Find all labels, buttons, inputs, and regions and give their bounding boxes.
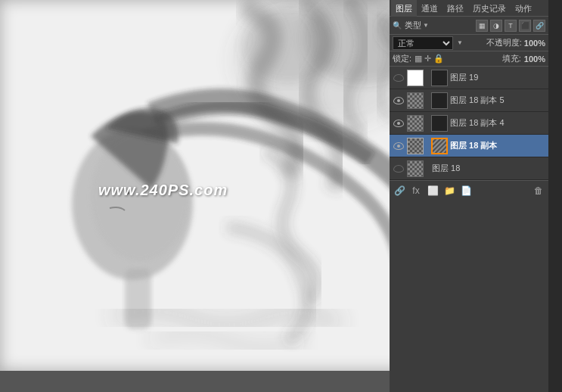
layer-effects-icon[interactable]: fx — [409, 184, 423, 198]
delete-layer-icon[interactable]: 🗑 — [532, 184, 545, 198]
tab-actions[interactable]: 动作 — [511, 0, 536, 17]
layer-eye-1[interactable] — [393, 95, 405, 107]
lock-fill-row: 锁定: ▦ ✛ 🔒 填充: 100% — [390, 51, 548, 67]
fill-label: 填充: — [502, 53, 521, 64]
type-chevron: ▼ — [423, 22, 429, 29]
layer-thumb-2 — [407, 115, 424, 132]
panel-tabs: 图层 通道 路径 历史记录 动作 — [390, 0, 548, 17]
add-mask-icon[interactable]: ⬜ — [426, 184, 439, 198]
layer-toolbar: 🔗 fx ⬜ 📁 📄 🗑 — [390, 180, 548, 200]
blend-chevron: ▼ — [457, 39, 463, 46]
right-strip — [548, 0, 562, 392]
lock-label: 锁定: — [393, 53, 411, 64]
layer-name-1: 图层 18 副本 5 — [450, 95, 545, 106]
fill-value[interactable]: 100% — [524, 54, 545, 64]
lock-pixels-icon[interactable]: ▦ — [415, 54, 422, 64]
lock-all-icon[interactable]: 🔒 — [433, 54, 444, 64]
search-controls: ▦ ◑ T ⬛ 🔗 — [476, 20, 545, 32]
layer-name-2: 图层 18 副本 4 — [450, 117, 545, 129]
link-layers-icon[interactable]: 🔗 — [393, 184, 406, 198]
watermark: www.240PS.com — [98, 182, 228, 199]
lock-position-icon[interactable]: ✛ — [424, 54, 431, 64]
blend-opacity-row: 正常 ▼ 不透明度: 100% — [390, 35, 548, 51]
tab-history[interactable]: 历史记录 — [468, 0, 511, 17]
layer-eye-3[interactable] — [393, 140, 405, 152]
layer-name-3: 图层 18 副本 — [450, 140, 545, 151]
layer-list: 图层 19 图层 18 副本 5 图层 18 副本 4 — [390, 67, 548, 180]
tab-paths[interactable]: 路径 — [442, 0, 468, 17]
layer-item[interactable]: 图层 18 副本 4 — [390, 112, 548, 135]
type-label: 类型 — [405, 20, 421, 31]
new-layer-icon[interactable]: 📄 — [459, 184, 473, 198]
filter-pixel-icon[interactable]: ▦ — [476, 20, 488, 32]
filter-text-icon[interactable]: T — [505, 20, 517, 32]
filter-smart-icon[interactable]: 🔗 — [533, 20, 545, 32]
search-icon: 🔍 — [393, 21, 402, 30]
filter-adjust-icon[interactable]: ◑ — [490, 20, 502, 32]
layer-mask-2 — [431, 115, 448, 132]
new-group-icon[interactable]: 📁 — [442, 184, 456, 198]
opacity-value[interactable]: 100% — [524, 39, 545, 48]
layer-eye-0[interactable] — [393, 72, 405, 84]
layer-thumb-4 — [407, 160, 424, 177]
layer-item[interactable]: 图层 18 — [390, 157, 548, 180]
layer-mask-3 — [431, 138, 448, 154]
layer-thumb-1 — [407, 92, 424, 109]
layer-name-4: 图层 18 — [432, 163, 545, 174]
filter-shape-icon[interactable]: ⬛ — [519, 20, 531, 32]
status-bar — [0, 371, 397, 392]
layer-mask-0 — [431, 70, 448, 86]
layer-item[interactable]: 图层 18 副本 5 — [390, 89, 548, 112]
blend-mode-select[interactable]: 正常 — [393, 36, 453, 50]
layer-name-0: 图层 19 — [450, 72, 545, 83]
layer-thumb-0 — [407, 70, 424, 86]
layer-mask-1 — [431, 92, 448, 109]
layer-eye-2[interactable] — [393, 117, 405, 129]
layer-item[interactable]: 图层 18 副本 — [390, 135, 548, 157]
layer-thumb-3 — [407, 138, 424, 154]
opacity-label: 不透明度: — [486, 37, 522, 48]
layer-search-bar: 🔍 类型 ▼ ▦ ◑ T ⬛ 🔗 — [390, 17, 548, 35]
layers-panel-container: 图层 通道 路径 历史记录 动作 🔍 类型 ▼ ▦ ◑ T ⬛ 🔗 正常 ▼ 不… — [390, 0, 548, 392]
layer-eye-4[interactable] — [393, 163, 405, 175]
lock-icons: ▦ ✛ 🔒 — [415, 54, 444, 64]
tab-layers[interactable]: 图层 — [391, 0, 417, 17]
tab-channels[interactable]: 通道 — [417, 0, 442, 17]
layer-item[interactable]: 图层 19 — [390, 67, 548, 89]
